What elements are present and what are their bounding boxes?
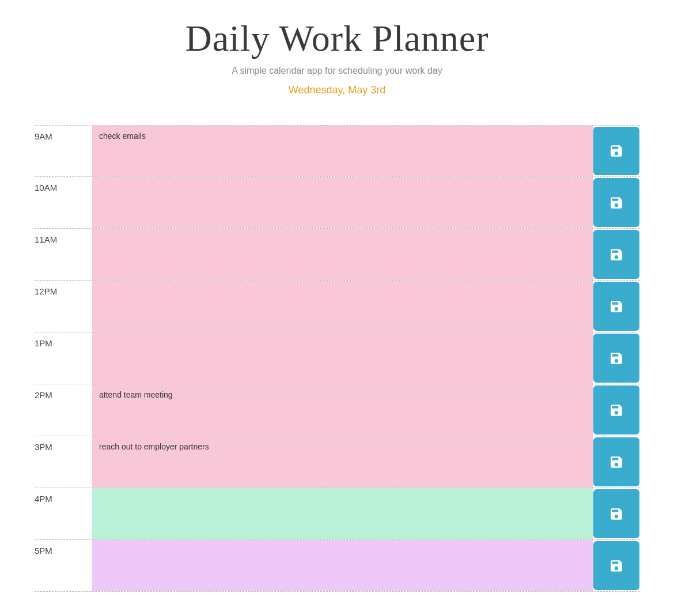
task-input-area[interactable]: reach out to employer partners xyxy=(92,436,593,487)
time-row: 1PM xyxy=(35,332,639,384)
save-icon xyxy=(609,247,624,262)
current-date: Wednesday, May 3rd xyxy=(12,84,662,96)
time-row: 9AMcheck emails xyxy=(35,125,639,177)
task-input-area[interactable]: check emails xyxy=(92,126,593,176)
save-button[interactable] xyxy=(593,230,639,279)
save-button[interactable] xyxy=(593,178,639,227)
save-icon xyxy=(609,507,624,521)
save-button[interactable] xyxy=(593,127,639,175)
task-input-area[interactable] xyxy=(92,229,593,280)
save-icon xyxy=(609,143,624,158)
time-label: 5PM xyxy=(35,540,92,591)
save-button[interactable] xyxy=(593,386,639,434)
save-icon xyxy=(609,299,624,314)
time-row: 12PM xyxy=(35,281,639,332)
page-header: Daily Work Planner A simple calendar app… xyxy=(0,0,674,125)
task-input-area[interactable] xyxy=(92,488,593,539)
time-label: 11AM xyxy=(35,229,92,280)
save-button[interactable] xyxy=(593,541,639,590)
time-row: 5PM xyxy=(35,540,639,592)
task-input-area[interactable] xyxy=(92,332,593,384)
time-row: 4PM xyxy=(35,488,639,540)
time-row: 2PMattend team meeting xyxy=(35,384,639,436)
save-button[interactable] xyxy=(593,437,639,486)
time-label: 12PM xyxy=(35,281,92,332)
save-icon xyxy=(609,558,624,573)
planner-grid: 9AMcheck emails 10AM 11AM 12PM 1PM 2PMat… xyxy=(17,125,657,592)
time-row: 3PMreach out to employer partners xyxy=(35,436,639,488)
time-label: 4PM xyxy=(35,488,92,539)
time-row: 11AM xyxy=(35,229,639,281)
task-input-area[interactable] xyxy=(92,177,593,228)
time-label: 2PM xyxy=(35,384,92,436)
task-input-area[interactable]: attend team meeting xyxy=(92,384,593,436)
save-button[interactable] xyxy=(593,282,639,331)
save-icon xyxy=(609,351,624,366)
save-icon xyxy=(609,455,624,470)
task-input-area[interactable] xyxy=(92,540,593,591)
save-button[interactable] xyxy=(593,334,639,383)
save-button[interactable] xyxy=(593,489,639,538)
page-title: Daily Work Planner xyxy=(12,17,662,60)
time-label: 9AM xyxy=(35,126,92,176)
task-input-area[interactable] xyxy=(92,281,593,332)
time-label: 1PM xyxy=(35,332,92,384)
time-label: 3PM xyxy=(35,436,92,487)
time-label: 10AM xyxy=(35,177,92,228)
save-icon xyxy=(609,195,624,210)
time-row: 10AM xyxy=(35,177,639,229)
save-icon xyxy=(609,403,624,418)
page-subtitle: A simple calendar app for scheduling you… xyxy=(12,66,662,76)
